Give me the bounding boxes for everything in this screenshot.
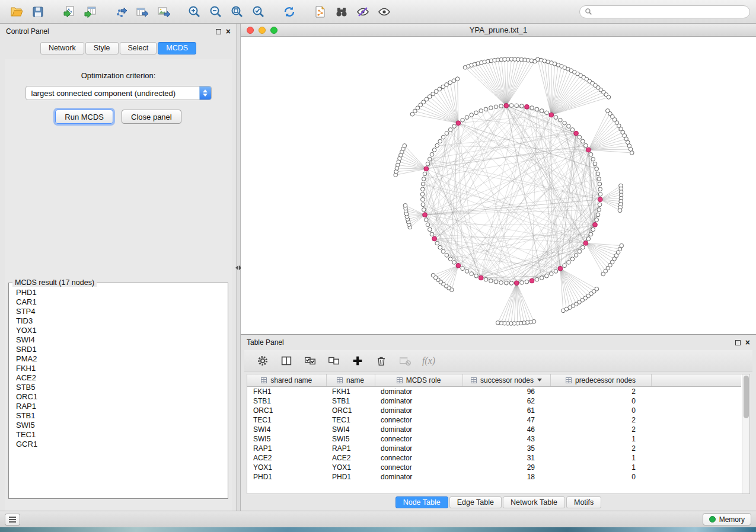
tab-style[interactable]: Style	[85, 42, 119, 55]
binoculars-icon[interactable]	[331, 2, 352, 21]
mcds-result-item[interactable]: TEC1	[11, 430, 225, 440]
tab-edge-table[interactable]: Edge Table	[449, 496, 502, 508]
table-cell[interactable]: ACE2	[326, 453, 375, 463]
table-row[interactable]: TEC1TEC1connector472	[247, 415, 741, 425]
show-eye-icon[interactable]	[374, 2, 395, 21]
tab-mcds[interactable]: MCDS	[158, 42, 196, 55]
table-cell[interactable]: connector	[375, 415, 462, 425]
refresh-layout-icon[interactable]	[279, 2, 300, 21]
table-cell[interactable]: connector	[375, 453, 462, 463]
tab-network-table[interactable]: Network Table	[503, 496, 565, 508]
table-cell[interactable]: 43	[462, 434, 550, 444]
close-panel-icon[interactable]: ×	[226, 28, 231, 34]
tab-node-table[interactable]: Node Table	[395, 496, 448, 508]
table-cell[interactable]: 62	[462, 396, 550, 406]
network-canvas-svg[interactable]	[241, 37, 756, 334]
close-table-panel-icon[interactable]: ×	[745, 339, 750, 345]
window-close-icon[interactable]	[247, 27, 254, 34]
mcds-result-item[interactable]: YOX1	[11, 326, 225, 335]
import-table-icon[interactable]	[79, 2, 101, 21]
table-cell[interactable]: connector	[375, 434, 462, 444]
memory-button[interactable]: Memory	[703, 513, 751, 525]
table-row[interactable]: SWI5SWI5connector431	[247, 434, 741, 444]
table-cell[interactable]: TEC1	[247, 415, 326, 425]
table-cell[interactable]: YOX1	[247, 463, 326, 472]
table-cell[interactable]: PHD1	[247, 472, 326, 482]
mcds-result-item[interactable]: ACE2	[11, 373, 225, 383]
table-cell[interactable]: PHD1	[326, 472, 375, 482]
column-header[interactable]: shared name	[247, 374, 326, 386]
add-column-icon[interactable]	[350, 353, 365, 368]
table-cell[interactable]: 47	[462, 415, 550, 425]
table-row[interactable]: FKH1FKH1dominator962	[247, 386, 741, 396]
run-mcds-button[interactable]: Run MCDS	[55, 110, 113, 124]
table-row[interactable]: ACE2ACE2connector311	[247, 453, 741, 463]
table-row[interactable]: PHD1PHD1dominator180	[247, 472, 741, 482]
table-row[interactable]: YOX1YOX1connector291	[247, 463, 741, 472]
table-cell[interactable]: 2	[550, 415, 651, 425]
table-cell[interactable]: 1	[550, 463, 651, 472]
table-cell[interactable]: 0	[550, 396, 651, 406]
mcds-result-item[interactable]: SWI5	[11, 421, 225, 430]
table-cell[interactable]: 2	[550, 386, 651, 396]
mcds-result-item[interactable]: SWI4	[11, 335, 225, 345]
export-network-icon[interactable]	[110, 2, 132, 21]
table-cell[interactable]: SWI4	[247, 425, 326, 434]
table-cell[interactable]: SWI5	[326, 434, 375, 444]
column-header[interactable]: name	[326, 374, 375, 386]
float-table-panel-icon[interactable]	[735, 340, 741, 345]
table-cell[interactable]: SWI4	[326, 425, 375, 434]
table-cell[interactable]: STB1	[247, 396, 326, 406]
table-cell[interactable]: dominator	[375, 386, 462, 396]
tab-network[interactable]: Network	[40, 42, 84, 55]
scrollbar-thumb[interactable]	[744, 376, 749, 418]
table-settings-gear-icon[interactable]	[255, 353, 270, 368]
mcds-result-item[interactable]: PMA2	[11, 354, 225, 364]
share-document-icon[interactable]	[310, 2, 331, 21]
mcds-result-item[interactable]: GCR1	[11, 440, 225, 449]
delete-column-icon[interactable]	[374, 353, 389, 368]
search-input[interactable]	[595, 8, 745, 16]
table-cell[interactable]: 31	[462, 453, 550, 463]
open-session-icon[interactable]	[6, 2, 27, 21]
table-cell[interactable]: RAP1	[326, 444, 375, 453]
table-cell[interactable]: ORC1	[247, 406, 326, 415]
close-panel-button[interactable]: Close panel	[122, 110, 181, 124]
table-scrollbar[interactable]	[742, 374, 749, 493]
mcds-result-item[interactable]: ORC1	[11, 392, 225, 402]
mcds-result-list[interactable]: PHD1CAR1STP4TID3YOX1SWI4SRD1PMA2FKH1ACE2…	[11, 288, 225, 449]
table-cell[interactable]: YOX1	[326, 463, 375, 472]
table-cell[interactable]: 2	[550, 444, 651, 453]
mcds-result-item[interactable]: PHD1	[11, 288, 225, 297]
mcds-result-item[interactable]: STB5	[11, 383, 225, 392]
zoom-fit-icon[interactable]	[227, 2, 248, 21]
export-image-icon[interactable]	[153, 2, 174, 21]
table-row[interactable]: STB1STB1dominator620	[247, 396, 741, 406]
zoom-in-icon[interactable]	[184, 2, 205, 21]
column-header[interactable]: MCDS role	[375, 374, 462, 386]
mcds-result-item[interactable]: STP4	[11, 307, 225, 316]
table-cell[interactable]: TEC1	[326, 415, 375, 425]
deselect-all-icon[interactable]	[326, 353, 342, 368]
table-cell[interactable]: 0	[550, 472, 651, 482]
table-row[interactable]: RAP1RAP1dominator352	[247, 444, 741, 453]
table-cell[interactable]: 2	[550, 425, 651, 434]
table-cell[interactable]: 29	[462, 463, 550, 472]
table-cell[interactable]: connector	[375, 463, 462, 472]
table-cell[interactable]: dominator	[375, 406, 462, 415]
tab-motifs[interactable]: Motifs	[566, 496, 601, 508]
table-cell[interactable]: 46	[462, 425, 550, 434]
network-view[interactable]	[241, 37, 756, 334]
table-cell[interactable]: SWI5	[247, 434, 326, 444]
network-search-field[interactable]	[579, 5, 750, 18]
table-cell[interactable]: 0	[550, 406, 651, 415]
table-cell[interactable]: STB1	[326, 396, 375, 406]
column-header[interactable]: predecessor nodes	[550, 374, 651, 386]
mcds-result-item[interactable]: RAP1	[11, 402, 225, 411]
mcds-result-item[interactable]: FKH1	[11, 364, 225, 373]
table-row[interactable]: ORC1ORC1dominator610	[247, 406, 741, 415]
column-header[interactable]: successor nodes	[462, 374, 550, 386]
table-cell[interactable]: dominator	[375, 425, 462, 434]
mcds-result-item[interactable]: TID3	[11, 316, 225, 326]
table-cell[interactable]: 35	[462, 444, 550, 453]
